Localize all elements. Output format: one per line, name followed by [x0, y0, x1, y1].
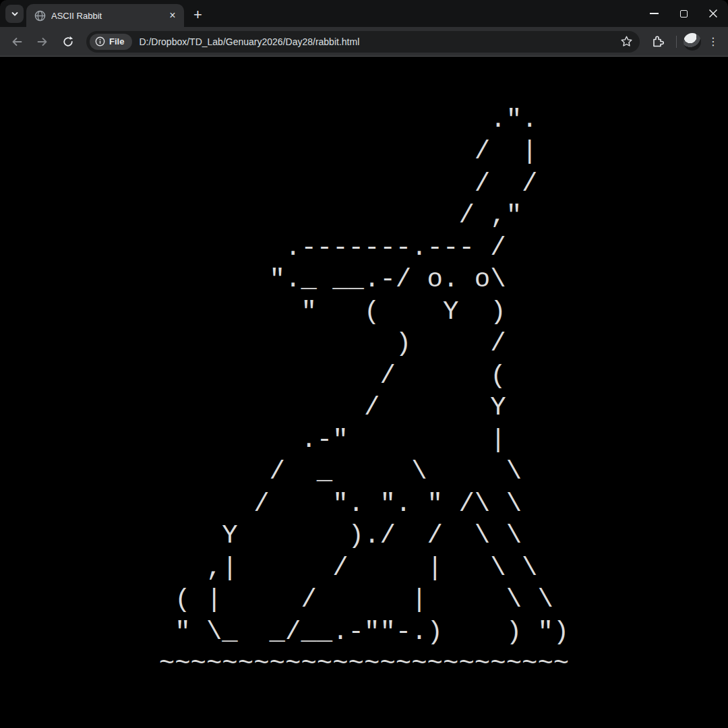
toolbar-divider [676, 36, 677, 48]
menu-kebab-icon[interactable]: ⋮ [705, 35, 721, 48]
minimize-button[interactable] [639, 0, 669, 27]
new-tab-button[interactable]: + [193, 8, 202, 22]
bookmark-star-icon[interactable] [620, 35, 633, 48]
reload-icon [62, 36, 74, 48]
chevron-down-icon [11, 10, 19, 18]
maximize-icon [680, 10, 688, 18]
file-chip-label: File [109, 36, 124, 47]
toolbar: File D:/Dropbox/TD_Lab/Genuary2026/Day28… [0, 27, 728, 57]
file-chip[interactable]: File [90, 34, 132, 50]
info-icon [95, 36, 105, 47]
url-text[interactable]: D:/Dropbox/TD_Lab/Genuary2026/Day28/rabb… [139, 36, 613, 47]
back-arrow-icon [11, 36, 23, 48]
tab-search-button[interactable] [5, 5, 24, 23]
minimize-icon [650, 13, 659, 14]
tab-title: ASCII Rabbit [51, 11, 161, 21]
toolbar-right-icons: ⋮ [646, 30, 721, 53]
browser-window: ASCII Rabbit × + [0, 0, 728, 728]
reload-button[interactable] [57, 30, 80, 53]
extensions-button[interactable] [646, 30, 669, 53]
window-controls [639, 0, 728, 27]
close-window-button[interactable] [698, 0, 728, 27]
profile-avatar[interactable] [684, 33, 701, 51]
maximize-button[interactable] [669, 0, 698, 27]
forward-arrow-icon [36, 36, 49, 48]
tab-ascii-rabbit[interactable]: ASCII Rabbit × [26, 4, 184, 27]
close-icon [708, 9, 718, 18]
tab-close-icon[interactable]: × [166, 9, 179, 22]
globe-favicon-icon [34, 10, 46, 22]
forward-button[interactable] [31, 30, 54, 53]
ascii-rabbit-art: .". / | / / / ," .-------.--- / "._ __.-… [159, 104, 570, 681]
page-content: .". / | / / / ," .-------.--- / "._ __.-… [0, 57, 728, 728]
tab-strip: ASCII Rabbit × + [0, 0, 728, 27]
back-button[interactable] [5, 30, 28, 53]
address-bar[interactable]: File D:/Dropbox/TD_Lab/Genuary2026/Day28… [86, 31, 640, 53]
extensions-puzzle-icon [651, 35, 665, 49]
